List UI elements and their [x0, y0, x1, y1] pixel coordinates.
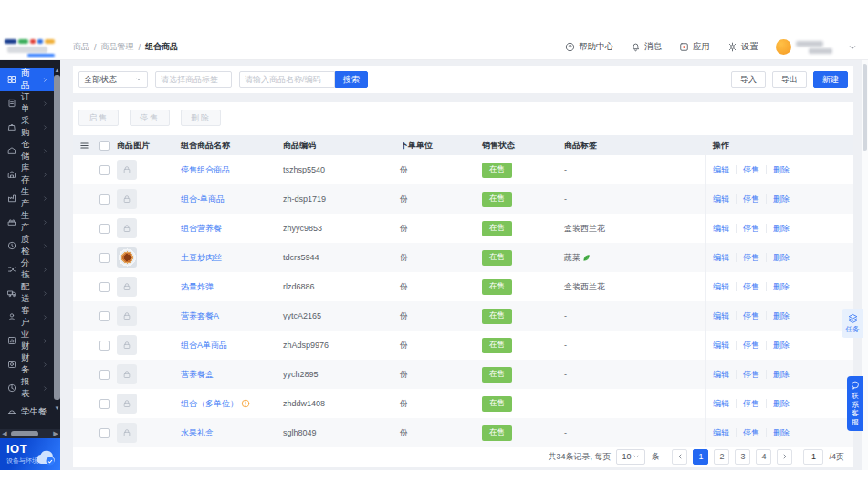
page-button-4[interactable]: 4 [756, 449, 771, 465]
status-select[interactable]: 全部状态 [78, 71, 148, 88]
product-name-link[interactable]: 热量炸弹 [181, 281, 281, 293]
delete-link[interactable]: 删除 [773, 340, 790, 352]
delete-link[interactable]: 删除 [773, 223, 790, 235]
search-button[interactable]: 搜索 [335, 71, 368, 88]
bulk-delete-button[interactable]: 删除 [181, 110, 221, 126]
row-checkbox[interactable] [99, 253, 110, 263]
edit-link[interactable]: 编辑 [713, 310, 729, 322]
select-all-checkbox[interactable] [99, 141, 110, 151]
row-checkbox[interactable] [99, 282, 110, 292]
sidebar-item-production2[interactable]: 生产 [0, 210, 54, 234]
sidebar-item-customer[interactable]: 客户 [0, 305, 54, 329]
bulk-stop-button[interactable]: 停售 [130, 110, 170, 126]
stop-link[interactable]: 停售 [743, 310, 759, 322]
product-name-link[interactable]: 营养餐盒 [181, 369, 281, 381]
edit-link[interactable]: 编辑 [713, 164, 729, 176]
customer-service-floater[interactable]: 联系客服 [847, 376, 863, 431]
page-button-1[interactable]: 1 [693, 449, 708, 465]
sidebar-item-report[interactable]: 报表 [0, 376, 54, 400]
row-checkbox[interactable] [99, 224, 110, 234]
edit-link[interactable]: 编辑 [713, 281, 729, 293]
product-name-link[interactable]: 营养套餐A [181, 310, 281, 322]
delete-link[interactable]: 删除 [773, 252, 790, 264]
delete-link[interactable]: 删除 [773, 310, 790, 322]
sidebar-item-finance[interactable]: 财务 [0, 352, 54, 376]
edit-link[interactable]: 编辑 [713, 427, 729, 439]
delete-link[interactable]: 删除 [773, 194, 790, 205]
prev-page-button[interactable] [672, 449, 687, 465]
bulk-enable-button[interactable]: 启售 [78, 110, 119, 126]
sidebar-item-meal[interactable]: 学生餐 [0, 400, 54, 424]
scroll-up-icon[interactable]: ▲ [54, 68, 60, 74]
delete-link[interactable]: 删除 [773, 281, 790, 293]
breadcrumb-item[interactable]: 商品管理 [101, 41, 134, 53]
sidebar-item-quality[interactable]: 质检 [0, 234, 54, 257]
topnav-gear[interactable]: 设置 [727, 41, 758, 53]
topnav-bell[interactable]: 消息 [631, 41, 662, 53]
sidebar-item-inventory[interactable]: 库存 [0, 163, 54, 186]
stop-link[interactable]: 停售 [743, 369, 759, 381]
stop-link[interactable]: 停售 [743, 223, 759, 235]
edit-link[interactable]: 编辑 [713, 398, 729, 410]
delete-link[interactable]: 删除 [773, 369, 790, 381]
row-checkbox[interactable] [99, 194, 110, 205]
sidebar-item-goods[interactable]: 商品 [0, 68, 54, 91]
iot-panel[interactable]: IOT 设备与环境 [0, 438, 60, 470]
sidebar-item-purchase[interactable]: 采购 [0, 115, 54, 139]
stop-link[interactable]: 停售 [743, 281, 759, 293]
scroll-right-icon[interactable]: ▶ [51, 430, 60, 437]
page-size-select[interactable]: 10 [616, 449, 645, 465]
sidebar-item-sorting[interactable]: 分拣 [0, 257, 54, 281]
sidebar-item-delivery[interactable]: 配送 [0, 281, 54, 305]
sidebar-item-production[interactable]: 生产 [0, 186, 54, 210]
delete-link[interactable]: 删除 [773, 164, 790, 176]
edit-link[interactable]: 编辑 [713, 340, 729, 352]
sidebar-item-bizfin[interactable]: 业财 [0, 329, 54, 352]
page-button-2[interactable]: 2 [714, 449, 729, 465]
product-name-link[interactable]: 水果礼盒 [181, 427, 281, 439]
hscroll-thumb[interactable] [11, 431, 38, 436]
sidebar-hscrollbar[interactable]: ◀ ▶ [0, 429, 60, 438]
topnav-help[interactable]: 帮助中心 [565, 41, 613, 53]
sidebar-scrollbar[interactable] [54, 75, 60, 400]
row-checkbox[interactable] [99, 165, 110, 175]
scroll-down-icon[interactable]: ▼ [54, 405, 60, 412]
row-checkbox[interactable] [99, 428, 110, 438]
create-button[interactable]: 新建 [813, 71, 848, 88]
column-settings-icon[interactable] [79, 141, 89, 151]
product-name-link[interactable]: 组合营养餐 [181, 223, 281, 235]
stop-link[interactable]: 停售 [743, 427, 759, 439]
export-button[interactable]: 导出 [772, 71, 807, 88]
scroll-left-icon[interactable]: ◀ [0, 430, 9, 437]
keyword-input[interactable] [239, 71, 335, 88]
edit-link[interactable]: 编辑 [713, 194, 729, 205]
stop-link[interactable]: 停售 [743, 340, 759, 352]
row-checkbox[interactable] [99, 370, 110, 380]
row-checkbox[interactable] [99, 341, 110, 351]
topnav-apps[interactable]: 应用 [679, 41, 710, 53]
edit-link[interactable]: 编辑 [713, 252, 729, 264]
delete-link[interactable]: 删除 [773, 427, 790, 439]
row-checkbox[interactable] [99, 399, 110, 409]
delete-link[interactable]: 删除 [773, 398, 790, 410]
stop-link[interactable]: 停售 [743, 398, 759, 410]
breadcrumb-item[interactable]: 商品 [73, 41, 89, 53]
edit-link[interactable]: 编辑 [713, 369, 729, 381]
product-name-link[interactable]: 组合-单商品 [181, 194, 281, 205]
page-jump-input[interactable] [803, 449, 823, 465]
task-floater[interactable]: 任务 [842, 309, 863, 338]
tag-filter-input[interactable] [155, 71, 232, 88]
stop-link[interactable]: 停售 [743, 164, 759, 176]
row-checkbox[interactable] [99, 311, 110, 321]
product-name-link[interactable]: 停售组合商品 [181, 164, 281, 176]
next-page-button[interactable] [777, 449, 792, 465]
stop-link[interactable]: 停售 [743, 194, 759, 205]
product-name-link[interactable]: 土豆炒肉丝 [181, 252, 281, 264]
stop-link[interactable]: 停售 [743, 252, 759, 264]
sidebar-item-storage[interactable]: 仓储 [0, 139, 54, 163]
sidebar-item-orders[interactable]: 订单 [0, 91, 54, 115]
product-name-link[interactable]: 组合（多单位） [181, 398, 281, 410]
import-button[interactable]: 导入 [731, 71, 766, 88]
edit-link[interactable]: 编辑 [713, 223, 729, 235]
page-button-3[interactable]: 3 [735, 449, 750, 465]
